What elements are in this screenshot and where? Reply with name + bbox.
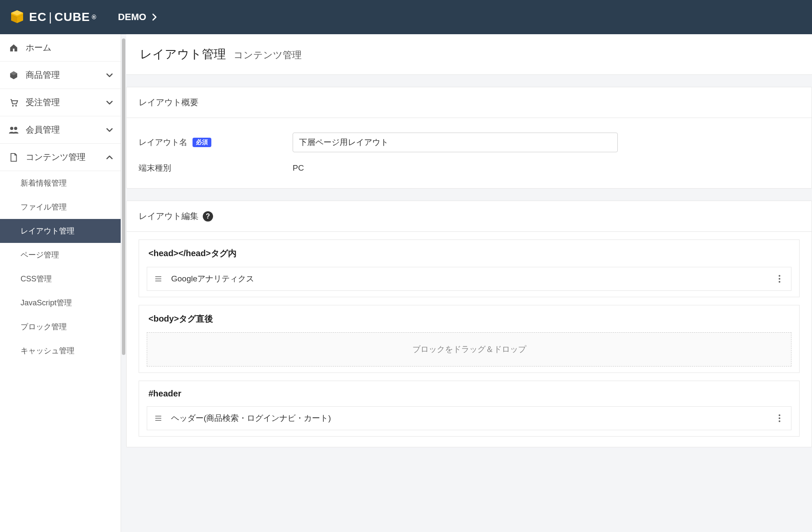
sidebar-subitem-6[interactable]: ブロック管理 [0,315,121,339]
sidebar-item-label: 会員管理 [26,124,106,136]
breadcrumb: コンテンツ管理 [234,49,302,62]
sidebar-subitem-5[interactable]: JavaScript管理 [0,291,121,315]
page-title: レイアウト管理 [140,46,226,62]
layout-section-2: #headerヘッダー(商品検索・ログインナビ・カート) [139,381,800,437]
scrollbar-thumb[interactable] [122,38,125,355]
sidebar-subitem-7[interactable]: キャッシュ管理 [0,339,121,363]
sidebar-item-label: 受注管理 [26,97,106,108]
device-type-value: PC [293,163,304,172]
sidebar-subitem-1[interactable]: ファイル管理 [0,195,121,219]
layout-section-1: <body>タグ直後ブロックをドラッグ＆ドロップ [139,305,800,373]
branch-label: DEMO [118,12,146,23]
svg-point-0 [12,105,14,106]
layout-name-input[interactable] [293,133,618,152]
users-icon [8,125,20,135]
drop-zone[interactable]: ブロックをドラッグ＆ドロップ [147,332,791,366]
svg-point-15 [779,420,780,422]
layout-block[interactable]: ヘッダー(商品検索・ログインナビ・カート) [147,406,791,430]
logo-icon [9,9,26,26]
layout-name-label: レイアウト名 [139,137,187,148]
chevron-up-icon [106,155,113,160]
sidebar-subitem-3[interactable]: ページ管理 [0,243,121,267]
svg-point-3 [14,127,17,130]
sidebar-item-label: ホーム [26,42,113,53]
layout-block[interactable]: Googleアナリティクス [147,267,791,291]
sidebar-item-1[interactable]: 商品管理 [0,62,121,89]
logo[interactable]: EC|CUBE® [9,9,97,26]
kebab-menu-icon[interactable] [776,414,783,423]
main-content: レイアウト管理 コンテンツ管理 レイアウト概要 レイアウト名 必須 [126,34,812,532]
chevron-down-icon [106,127,113,133]
layout-overview-card: レイアウト概要 レイアウト名 必須 端末種別 PC [126,87,812,189]
svg-point-7 [779,275,780,277]
branch-selector[interactable]: DEMO [118,12,157,23]
sidebar-subitem-0[interactable]: 新着情報管理 [0,171,121,195]
device-type-label: 端末種別 [139,163,171,174]
sidebar: ホーム商品管理受注管理会員管理コンテンツ管理 新着情報管理ファイル管理レイアウト… [0,34,121,532]
sidebar-item-2[interactable]: 受注管理 [0,89,121,116]
app-header: EC|CUBE® DEMO [0,0,812,34]
drag-handle-icon[interactable] [155,276,162,282]
svg-point-14 [779,417,780,419]
chevron-down-icon [106,100,113,105]
sidebar-scrollbar[interactable] [121,34,126,385]
cube-icon [8,71,20,80]
home-icon [8,43,20,53]
help-icon[interactable]: ? [203,211,213,222]
file-icon [8,153,20,162]
sidebar-subitem-2[interactable]: レイアウト管理 [0,219,121,243]
section-title: <body>タグ直後 [139,305,799,332]
section-title: <head></head>タグ内 [139,240,799,267]
sidebar-item-3[interactable]: 会員管理 [0,116,121,144]
svg-point-13 [779,414,780,416]
svg-point-1 [15,105,17,106]
cart-icon [8,98,20,107]
layout-section-0: <head></head>タグ内Googleアナリティクス [139,239,800,297]
sidebar-item-0[interactable]: ホーム [0,34,121,62]
block-label: Googleアナリティクス [171,273,776,284]
required-badge: 必須 [193,138,211,147]
sidebar-item-4[interactable]: コンテンツ管理 [0,144,121,171]
page-header: レイアウト管理 コンテンツ管理 [126,34,812,75]
sidebar-item-label: コンテンツ管理 [26,151,106,163]
sidebar-item-label: 商品管理 [26,69,106,81]
form-row-layout-name: レイアウト名 必須 [139,127,800,157]
card-header-overview: レイアウト概要 [127,87,812,118]
layout-editor-card: レイアウト編集 ? <head></head>タグ内Googleアナリティクス<… [126,201,812,447]
editor-header-label: レイアウト編集 [139,210,199,222]
svg-point-8 [779,278,780,280]
form-row-device-type: 端末種別 PC [139,157,800,179]
sidebar-subitem-4[interactable]: CSS管理 [0,267,121,291]
svg-point-2 [10,127,13,130]
chevron-down-icon [106,73,113,78]
svg-point-9 [779,281,780,283]
drag-handle-icon[interactable] [155,415,162,421]
chevron-right-icon [151,13,157,21]
section-title: #header [139,381,799,406]
logo-text: EC|CUBE® [29,10,97,24]
block-label: ヘッダー(商品検索・ログインナビ・カート) [171,413,776,424]
card-header-editor: レイアウト編集 ? [127,201,812,232]
kebab-menu-icon[interactable] [776,275,783,283]
